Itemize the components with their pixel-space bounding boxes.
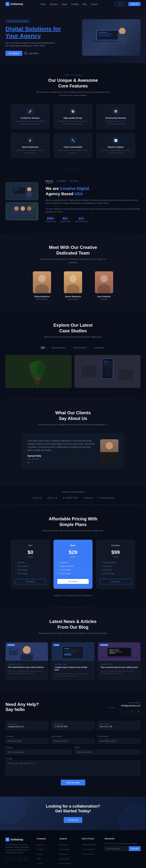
feature-title-3: Speed Optimised <box>15 146 46 148</box>
about-img-2 <box>5 202 38 220</box>
case-filter-branding[interactable]: Branding Design <box>50 346 67 349</box>
svg-rect-55 <box>64 651 77 651</box>
case-card-1[interactable] <box>75 355 141 388</box>
hero-section: Deliver Support for Startups Digital Sol… <box>0 8 146 63</box>
feature-icon-1: 🎨 <box>70 108 76 115</box>
newsletter-wrap: Subscribe <box>105 846 141 851</box>
stat-label-1: Happy Clients <box>60 221 70 222</box>
team-avatar-2 <box>95 271 113 293</box>
dot-0[interactable] <box>28 462 29 463</box>
footer-top: G GoStartup We help startups and growing… <box>5 838 141 865</box>
case-filter-arch[interactable]: Architecture <box>92 346 107 349</box>
team-avatar-1 <box>64 271 82 293</box>
footer-link-1-3[interactable]: Privacy Policy <box>59 857 77 860</box>
contact-email-label: Email us directly <box>119 702 141 704</box>
footer-col-company: Company About Us Our Team Careers Press … <box>37 838 54 865</box>
footer-social-tw[interactable]: t <box>11 857 16 861</box>
footer-link-1-2[interactable]: Community <box>59 852 77 856</box>
footer-link-0-4[interactable]: Contact <box>37 862 54 865</box>
case-filters: All Branding Design Digital Solutions Ar… <box>5 346 141 349</box>
newsletter-input[interactable] <box>105 846 129 851</box>
social-fb[interactable]: f <box>119 709 123 714</box>
svg-rect-64 <box>114 650 119 651</box>
team-role-1: Lead Designer <box>60 298 86 300</box>
about-tab-2[interactable]: Our Vision <box>70 180 79 183</box>
feature-icon-5: 🔄 <box>113 137 119 144</box>
company-cta: Looking for a company solution? Contact … <box>5 594 141 596</box>
feature-card-4: 🔧 Fully Customisable Easily customise ev… <box>54 133 92 158</box>
svg-rect-63 <box>109 650 113 651</box>
case-card-0[interactable] <box>5 355 71 388</box>
form-submit-button[interactable]: Send Message <box>61 780 85 785</box>
footer-social-ig[interactable]: ig <box>23 857 27 861</box>
signup-button[interactable]: Sign Up <box>128 2 141 6</box>
signin-button[interactable]: Sign In <box>115 2 127 6</box>
footer-link-0-2[interactable]: Careers <box>37 852 54 856</box>
blog-card-1[interactable]: Design December 8, 2024 4 simple ways to… <box>52 642 94 680</box>
case-filter-all[interactable]: All <box>39 346 46 349</box>
footer-link-1-1[interactable]: Documentation <box>59 847 77 851</box>
form-company-input[interactable] <box>5 749 71 755</box>
footer-link-1-0[interactable]: Help Center <box>59 843 77 846</box>
blog-card-2[interactable]: Productivity December 5, 2024 Tips to qu… <box>98 642 141 680</box>
social-li[interactable]: in <box>130 709 135 714</box>
dot-1[interactable] <box>30 462 31 463</box>
form-name-group: Your Name <box>5 736 49 744</box>
footer-social-fb[interactable]: f <box>5 857 10 861</box>
newsletter-button[interactable]: Subscribe <box>129 846 141 851</box>
about-tab-1[interactable]: Our Mission <box>57 180 66 183</box>
svg-rect-40 <box>104 365 112 365</box>
social-tw[interactable]: t <box>124 709 129 714</box>
pricing-btn-1[interactable]: Get Started <box>57 579 89 584</box>
contact-info-value-2: New York, USA <box>100 725 138 727</box>
dot-2[interactable] <box>32 462 33 463</box>
features-title: Our Unique & AwesomeCore Features <box>5 78 141 89</box>
avatar-face-1 <box>69 275 77 282</box>
cta-button[interactable]: Contact Us <box>64 817 82 823</box>
pricing-btn-0[interactable]: Get Started <box>15 579 46 584</box>
company-cta-link[interactable]: Contact us <box>83 594 92 596</box>
feature-card-1: 🎨 High-quality Design Beautiful, modern … <box>54 104 92 129</box>
feature-title-1: High-quality Design <box>58 117 89 119</box>
contact-form-row-2: Company Subject <box>5 747 141 755</box>
blog-card-0[interactable]: Marketing December 12, 2024 Free adverti… <box>5 642 48 680</box>
hero-image <box>82 19 141 56</box>
case-filter-digital[interactable]: Digital Solutions <box>71 346 89 349</box>
office-image <box>7 183 36 199</box>
form-message-input[interactable] <box>5 761 141 775</box>
nav-item-services[interactable]: Services <box>50 2 57 6</box>
about-tab-0[interactable]: About Us <box>46 180 53 183</box>
footer-link-0-0[interactable]: About Us <box>37 843 54 846</box>
brand-3: Linkons <box>83 497 93 499</box>
hero-cta-primary[interactable]: Get Started <box>5 51 22 56</box>
footer-link-0-1[interactable]: Our Team <box>37 847 54 851</box>
footer-link-0-3[interactable]: Press <box>37 857 54 860</box>
form-name-input[interactable] <box>5 738 49 744</box>
form-email-input[interactable] <box>52 738 94 744</box>
team-role-0: CEO & Founder <box>29 298 55 300</box>
nav-item-portfolio[interactable]: Portfolio <box>71 2 79 6</box>
form-phone-input[interactable] <box>97 738 141 744</box>
footer-social-li[interactable]: in <box>17 857 22 861</box>
hero-cta-ghost[interactable]: ▶ Learn More <box>24 52 39 55</box>
testimonial-face <box>106 442 113 450</box>
nav-item-pages[interactable]: Pages <box>62 2 67 6</box>
form-subject-input[interactable] <box>75 749 141 755</box>
testimonial-content: Lorem ipsum dolor sit amet, consectetur … <box>28 439 96 463</box>
testimonial-body <box>100 452 118 463</box>
nav-item-home[interactable]: Home <box>40 2 46 6</box>
blog-section: Latest News & ArticlesFrom Our Blog Stay… <box>0 608 146 691</box>
nav-item-contact[interactable]: Contact <box>91 2 98 6</box>
nav-item-blog[interactable]: Blog <box>83 2 87 6</box>
team-section: Meet With Our CreativeDedicated Team Our… <box>0 234 146 311</box>
contact-info-0: Email Address info@gostartup.com <box>5 721 49 730</box>
footer-link-1-4[interactable]: Terms of Service <box>59 862 77 865</box>
pf-2-1: ✓Full Analytics <box>100 564 131 568</box>
play-icon: ▶ <box>24 52 27 55</box>
nav-logo[interactable]: G GoStartup <box>5 2 23 6</box>
team-card-2: Ava Frederick Developer <box>91 271 117 300</box>
footer-col-title-1: Support <box>59 838 77 840</box>
form-message-label: Message <box>5 758 141 760</box>
pricing-btn-2[interactable]: Get Started <box>100 579 131 584</box>
social-ig[interactable]: ig <box>136 709 141 714</box>
